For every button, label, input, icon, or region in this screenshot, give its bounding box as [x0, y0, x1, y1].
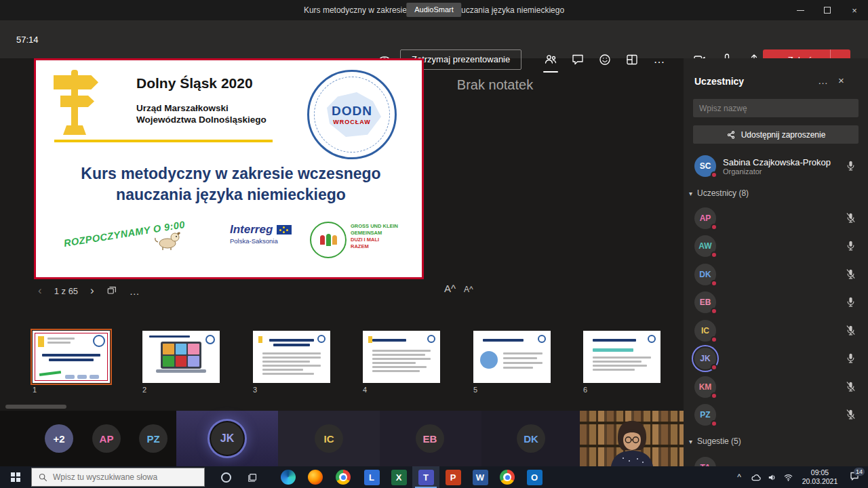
avatar-dk: DK	[694, 264, 716, 285]
avatar-dk[interactable]: DK	[517, 424, 545, 453]
taskbar-search-input[interactable]	[53, 472, 189, 482]
avatar-pz: PZ	[694, 404, 716, 426]
notification-badge: 14	[854, 468, 865, 476]
taskbar-app-outlook[interactable]: O	[521, 466, 548, 488]
taskbar-app-teams[interactable]: T	[412, 466, 439, 488]
breakout-rooms-button[interactable]	[620, 48, 644, 71]
title-line: nauczania języka niemieckiego	[50, 184, 412, 205]
more-options-button[interactable]: …	[648, 48, 671, 71]
participant-row-dk[interactable]: DK	[684, 261, 868, 288]
minimize-button[interactable]	[787, 0, 814, 20]
participant-row-jk[interactable]: JK	[684, 345, 868, 372]
participant-row-km[interactable]: KM	[684, 373, 868, 401]
mic-muted-icon[interactable]	[845, 212, 857, 224]
slide-thumbnail-5[interactable]	[473, 331, 551, 383]
slide-thumbnail-1[interactable]	[33, 331, 110, 383]
presence-badge	[711, 420, 717, 427]
taskbar-app-chrome[interactable]	[330, 466, 357, 488]
thumbnail-scrollbar[interactable]	[5, 405, 66, 409]
maximize-icon	[824, 7, 831, 14]
tray-onedrive[interactable]	[747, 466, 764, 488]
taskbar-app-excel[interactable]: X	[385, 466, 412, 488]
cortana-button[interactable]	[212, 466, 239, 488]
taskbar-app-powerpoint[interactable]: P	[439, 466, 467, 488]
taskbar-search[interactable]	[31, 468, 205, 487]
maximize-button[interactable]	[814, 0, 841, 20]
avatar-pz[interactable]: PZ	[139, 424, 167, 453]
slide-thumbnail-2[interactable]	[142, 331, 220, 383]
title-line: Kurs metodyczny w zakresie wczesnego	[50, 163, 412, 184]
section-label: Uczestnicy (8)	[697, 188, 749, 198]
slide-navigation: ‹ 1 z 65 › …	[38, 284, 140, 298]
webcam-video-tile[interactable]	[580, 411, 684, 466]
active-indicator	[543, 71, 558, 73]
participant-row-pz[interactable]: PZ	[684, 401, 868, 428]
task-view-button[interactable]	[239, 466, 267, 488]
participants-toggle-button[interactable]	[539, 48, 562, 71]
tray-volume[interactable]	[764, 466, 780, 488]
tray-expand-button[interactable]: ^	[731, 466, 747, 488]
mic-muted-icon[interactable]	[845, 325, 857, 337]
taskbar-app-lightshot[interactable]: L	[358, 466, 385, 488]
presence-badge	[711, 280, 717, 287]
font-increase-button[interactable]: A^	[444, 283, 456, 294]
share-invite-button[interactable]: Udostępnij zaproszenie	[693, 125, 859, 144]
action-center-button[interactable]: 14	[844, 466, 865, 488]
taskbar-app-edge[interactable]	[275, 466, 302, 488]
font-decrease-button[interactable]: A^	[464, 285, 473, 294]
section-participants[interactable]: ▾ Uczestnicy (8)	[689, 188, 865, 198]
mic-muted-icon[interactable]	[845, 409, 857, 421]
mic-muted-icon[interactable]	[845, 268, 857, 281]
slide-more-button[interactable]: …	[130, 285, 140, 297]
slide-thumbnail-6[interactable]	[583, 331, 660, 383]
next-slide-button[interactable]: ›	[90, 284, 94, 298]
presence-badge	[711, 364, 717, 371]
slide-thumbnail-3[interactable]	[253, 331, 330, 383]
slide-thumbnail-4[interactable]	[363, 331, 440, 383]
participant-row-ap[interactable]: AP	[684, 205, 868, 232]
mic-muted-icon[interactable]	[845, 381, 857, 393]
taskbar-app-word[interactable]: W	[467, 466, 494, 488]
organizer-name-block: Sabina Czajkowska-Prokop Organizator	[723, 157, 845, 176]
chat-button[interactable]	[566, 48, 589, 71]
avatar-initials: AP	[100, 433, 114, 445]
mic-on-icon[interactable]	[845, 160, 857, 172]
thumb-line	[149, 336, 190, 338]
participant-row-eb[interactable]: EB	[684, 289, 868, 316]
slide-grid-button[interactable]	[106, 285, 117, 296]
taskbar-app-firefox[interactable]	[302, 466, 329, 488]
close-button[interactable]: ×	[841, 0, 868, 20]
mic-on-icon[interactable]	[845, 240, 857, 252]
avatar-ic[interactable]: IC	[315, 424, 343, 453]
signpost-arrow	[60, 96, 94, 107]
thumb-laptop	[161, 342, 201, 369]
avatar-ap[interactable]: AP	[92, 424, 121, 453]
avatar-eb: EB	[694, 291, 716, 313]
participant-row-aw[interactable]: AW	[684, 232, 868, 260]
participant-search-input[interactable]	[693, 99, 859, 117]
slide-program-title: Dolny Śląsk 2020	[136, 75, 299, 92]
mic-on-icon[interactable]	[845, 296, 857, 308]
panel-more-button[interactable]: …	[818, 75, 828, 86]
avatar-eb[interactable]: EB	[416, 424, 444, 453]
overflow-avatar[interactable]: +2	[45, 424, 73, 453]
thumbnail-number: 4	[363, 386, 367, 394]
tray-clock[interactable]: 09:05 20.03.2021	[799, 468, 841, 486]
suggestion-row-partial[interactable]: TA	[684, 454, 868, 466]
start-button[interactable]	[0, 466, 31, 488]
tray-network[interactable]	[780, 466, 796, 488]
section-suggestions[interactable]: ▾ Sugestie (5)	[689, 436, 865, 446]
person-webcam	[580, 411, 684, 466]
mic-on-icon[interactable]	[845, 352, 857, 365]
taskbar-app-browser[interactable]	[494, 466, 521, 488]
reactions-button[interactable]	[593, 48, 616, 71]
avatar-sc: SC	[694, 155, 716, 177]
thumbnail-number: 3	[253, 386, 257, 394]
dog-illustration	[153, 227, 182, 251]
avatar-jk-speaking[interactable]: JK	[211, 422, 243, 455]
organizer-row[interactable]: SC Sabina Czajkowska-Prokop Organizator	[684, 150, 868, 182]
presentation-slide: Dolny Śląsk 2020 Urząd Marszałkowski Woj…	[34, 58, 424, 279]
previous-slide-button[interactable]: ‹	[38, 284, 42, 298]
participant-row-ic[interactable]: IC	[684, 317, 868, 344]
panel-close-button[interactable]: ×	[838, 75, 844, 86]
